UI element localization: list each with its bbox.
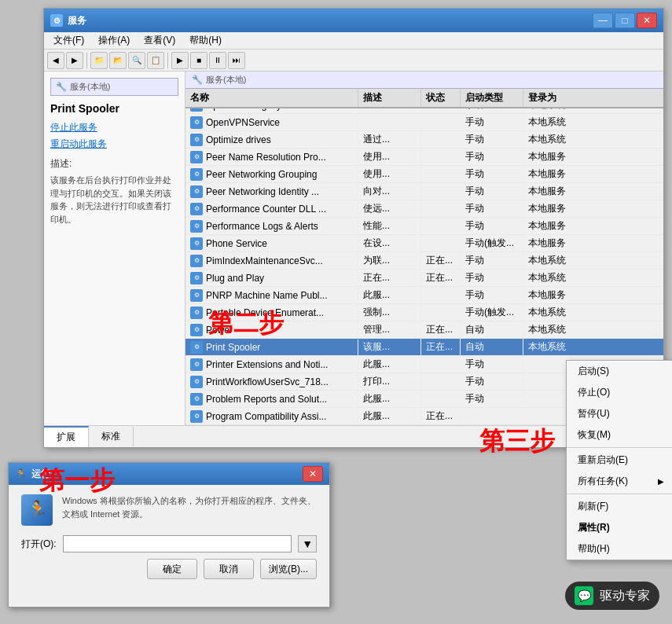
context-menu-item[interactable]: 恢复(M) — [567, 424, 672, 446]
details-button[interactable]: 📋 — [147, 52, 164, 69]
tab-standard[interactable]: 标准 — [89, 427, 134, 446]
table-row[interactable]: ⚙Phone Service在设...手动(触发...本地服务 — [185, 235, 663, 252]
up-button[interactable]: 📁 — [90, 52, 108, 69]
run-close-button[interactable]: ✕ — [303, 466, 323, 482]
service-login-cell: 本地服务 — [523, 218, 586, 234]
search-button[interactable]: 🔍 — [128, 52, 145, 69]
service-login-cell: 本地系统 — [523, 114, 586, 130]
menu-bar: 文件(F) 操作(A) 查看(V) 帮助(H) — [44, 32, 663, 50]
col-header-login[interactable]: 登录为 — [523, 89, 586, 107]
service-name-cell: ⚙PrintWorkflowUserSvc_718... — [185, 374, 358, 390]
context-menu-item[interactable]: 刷新(F) — [567, 496, 672, 517]
service-name-cell: ⚙Print Spooler — [185, 340, 358, 355]
window-controls: — □ ✕ — [593, 13, 657, 28]
service-row-icon: ⚙ — [190, 306, 203, 319]
tab-expand[interactable]: 扩展 — [44, 426, 89, 447]
step2-label: 第二步 — [208, 306, 284, 341]
service-startup-cell: 手动 — [461, 183, 523, 200]
service-name-cell: ⚙OpenVPNService — [185, 115, 358, 130]
col-header-status[interactable]: 状态 — [421, 89, 461, 107]
run-browse-button[interactable]: 浏览(B)... — [260, 559, 317, 579]
table-row[interactable]: ⚙PimIndexMaintenanceSvc...为联...正在...手动本地… — [185, 252, 663, 270]
col-header-name[interactable]: 名称 — [185, 89, 358, 107]
context-menu-label: 所有任务(K) — [578, 475, 628, 488]
minimize-button[interactable]: — — [593, 13, 613, 28]
run-icon: 🏃 — [21, 494, 53, 526]
context-menu-label: 停止(O) — [578, 386, 610, 399]
menu-file[interactable]: 文件(F) — [47, 32, 90, 49]
wechat-icon: 💬 — [575, 586, 593, 605]
restart-service-link[interactable]: 重启动此服务 — [50, 138, 178, 151]
service-startup-cell: 手动 — [461, 356, 523, 373]
service-row-icon: ⚙ — [190, 255, 203, 267]
service-name-cell: ⚙Peer Networking Grouping — [185, 167, 358, 182]
service-name-text: PrintWorkflowUserSvc_718... — [206, 376, 329, 387]
run-open-input[interactable] — [63, 535, 292, 552]
menu-action[interactable]: 操作(A) — [92, 32, 136, 49]
context-menu-item[interactable]: 属性(R) — [567, 517, 672, 538]
context-menu-item[interactable]: 帮助(H) — [567, 538, 672, 560]
folder-button[interactable]: 📂 — [109, 52, 127, 69]
service-login-cell: 本地服务 — [523, 166, 586, 182]
service-row-icon: ⚙ — [190, 358, 203, 371]
service-login-cell: 本地服务 — [523, 235, 586, 251]
play-button[interactable]: ▶ — [171, 52, 189, 69]
service-row-icon: ⚙ — [190, 324, 203, 336]
stop-service-link[interactable]: 停止此服务 — [50, 121, 178, 134]
context-menu: 启动(S)停止(O)暂停(U)恢复(M)重新启动(E)所有任务(K)▶刷新(F)… — [566, 360, 672, 560]
service-desc-cell: 打印... — [358, 373, 421, 390]
service-desc-cell: 在设... — [358, 235, 421, 251]
table-row[interactable]: ⚙Optimize drives通过...手动本地系统 — [185, 131, 663, 149]
service-login-cell: 本地服务 — [523, 287, 586, 303]
back-button[interactable]: ◀ — [47, 52, 64, 69]
pause-button[interactable]: ⏸ — [209, 52, 226, 69]
context-menu-item[interactable]: 重新启动(E) — [567, 450, 672, 471]
title-bar: ⚙ 服务 — □ ✕ — [44, 9, 663, 32]
table-row[interactable]: ⚙OpenVPNService手动本地系统 — [185, 114, 663, 131]
context-menu-label: 启动(S) — [578, 365, 609, 378]
table-row[interactable]: ⚙Print Spooler该服...正在...自动本地系统 — [185, 339, 663, 356]
service-status-cell — [421, 242, 461, 245]
service-name-text: Performance Counter DLL ... — [206, 204, 326, 215]
service-startup-cell: 手动(触发... — [461, 235, 523, 251]
run-cancel-button[interactable]: 取消 — [204, 559, 254, 579]
col-header-desc[interactable]: 描述 — [358, 89, 421, 107]
run-dropdown-arrow[interactable]: ▼ — [298, 535, 317, 552]
context-menu-item[interactable]: 暂停(U) — [567, 403, 672, 424]
service-name-cell: ⚙Program Compatibility Assi... — [185, 409, 358, 424]
service-startup-cell: 手动 — [461, 200, 523, 217]
menu-view[interactable]: 查看(V) — [138, 32, 182, 49]
service-login-cell: 本地服务 — [523, 183, 586, 200]
table-row[interactable]: ⚙Performance Logs & Alerts性能...手动本地服务 — [185, 218, 663, 235]
col-header-startup[interactable]: 启动类型 — [461, 89, 523, 107]
service-status-cell: 正在... — [421, 270, 461, 286]
table-row[interactable]: ⚙Peer Networking Grouping使用...手动本地服务 — [185, 166, 663, 183]
service-startup-cell: 手动 — [461, 270, 523, 286]
forward-button[interactable]: ▶ — [66, 52, 83, 69]
step3-label: 第三步 — [479, 424, 555, 459]
context-menu-item[interactable]: 所有任务(K)▶ — [567, 471, 672, 492]
service-name-text: OpenVPNService — [206, 117, 280, 128]
context-menu-item[interactable]: 停止(O) — [567, 382, 672, 403]
service-row-icon: ⚙ — [190, 134, 203, 146]
menu-help[interactable]: 帮助(H) — [183, 32, 228, 49]
service-name-text: Print Spooler — [206, 342, 260, 353]
service-status-cell — [421, 207, 461, 211]
table-row[interactable]: ⚙Peer Networking Identity ...向对...手动本地服务 — [185, 183, 663, 200]
restart-button[interactable]: ⏭ — [228, 52, 245, 69]
table-row[interactable]: ⚙Plug and Play正在...正在...手动本地系统 — [185, 270, 663, 287]
service-startup-cell: 自动 — [461, 339, 523, 355]
service-startup-cell: 手动 — [461, 131, 523, 148]
table-row[interactable]: ⚙Performance Counter DLL ...使远...手动本地服务 — [185, 200, 663, 218]
run-ok-button[interactable]: 确定 — [147, 559, 197, 579]
service-desc-cell: 使远... — [358, 200, 421, 217]
context-menu-label: 暂停(U) — [578, 407, 610, 420]
maximize-button[interactable]: □ — [615, 13, 635, 28]
table-row[interactable]: ⚙PNRP Machine Name Publ...此服...手动本地服务 — [185, 287, 663, 304]
table-row[interactable]: ⚙Peer Name Resolution Pro...使用...手动本地服务 — [185, 149, 663, 166]
context-menu-item[interactable]: 启动(S) — [567, 361, 672, 382]
close-button[interactable]: ✕ — [637, 13, 657, 28]
context-menu-label: 重新启动(E) — [578, 453, 628, 467]
service-login-cell: 本地系统 — [523, 321, 586, 338]
stop-button[interactable]: ■ — [190, 52, 207, 69]
